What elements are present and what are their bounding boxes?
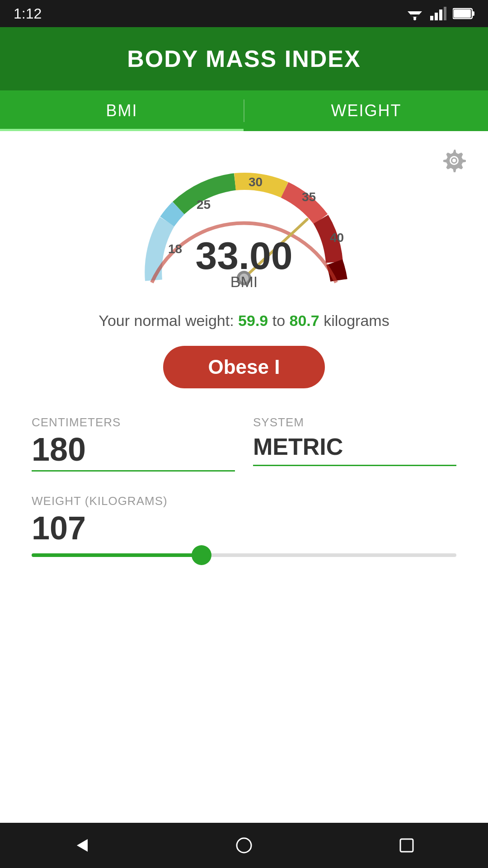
settings-button[interactable] xyxy=(438,145,470,176)
svg-rect-5 xyxy=(435,13,438,20)
svg-point-3 xyxy=(413,18,416,20)
svg-point-26 xyxy=(237,838,251,853)
battery-icon xyxy=(453,8,474,19)
status-bar: 1:12 xyxy=(0,0,488,27)
svg-rect-27 xyxy=(400,839,413,852)
weight-slider-container[interactable] xyxy=(14,553,474,557)
obese-category-button[interactable]: Obese I xyxy=(163,346,325,388)
tab-bar: BMI WEIGHT xyxy=(0,90,488,131)
slider-track[interactable] xyxy=(32,553,456,557)
normal-weight-connector: to xyxy=(272,312,285,329)
app-header: BODY MASS INDEX xyxy=(0,27,488,90)
centimeters-underline xyxy=(32,470,235,472)
home-button[interactable] xyxy=(228,830,260,861)
centimeters-label: CENTIMETERS xyxy=(32,415,235,429)
tab-weight-label: WEIGHT xyxy=(331,101,402,120)
normal-weight-max: 80.7 xyxy=(290,312,319,329)
weight-value: 107 xyxy=(32,512,456,544)
svg-text:BMI: BMI xyxy=(230,273,258,290)
tab-bmi[interactable]: BMI xyxy=(0,90,244,131)
system-value: METRIC xyxy=(253,433,456,460)
system-label: SYSTEM xyxy=(253,415,456,429)
svg-text:30: 30 xyxy=(249,175,263,189)
home-icon xyxy=(234,835,254,855)
svg-point-14 xyxy=(452,159,456,162)
svg-rect-10 xyxy=(454,9,471,18)
svg-rect-4 xyxy=(430,16,433,20)
main-content: 25 30 35 40 18 33.00 BMI Your normal wei… xyxy=(0,131,488,571)
svg-rect-6 xyxy=(439,9,442,20)
svg-text:33.00: 33.00 xyxy=(195,234,292,277)
inputs-section: CENTIMETERS 180 SYSTEM METRIC WEIGHT (KI… xyxy=(14,415,474,544)
back-button[interactable] xyxy=(66,830,97,861)
recents-button[interactable] xyxy=(391,830,422,861)
tab-bmi-label: BMI xyxy=(106,101,137,120)
normal-weight-text: Your normal weight: 59.9 to 80.7 kilogra… xyxy=(99,312,389,330)
svg-rect-7 xyxy=(444,7,446,20)
system-field[interactable]: SYSTEM METRIC xyxy=(253,415,456,472)
status-icons xyxy=(406,7,474,20)
centimeters-value: 180 xyxy=(32,433,235,466)
svg-text:35: 35 xyxy=(302,190,316,204)
status-time: 1:12 xyxy=(14,5,42,22)
svg-text:40: 40 xyxy=(330,231,344,245)
recents-icon xyxy=(397,835,417,855)
svg-marker-25 xyxy=(77,839,88,852)
normal-weight-suffix: kilograms xyxy=(324,312,389,329)
svg-text:18: 18 xyxy=(168,242,182,256)
svg-text:25: 25 xyxy=(197,198,211,212)
wifi-icon xyxy=(406,7,424,20)
bmi-gauge-container: 25 30 35 40 18 33.00 BMI Your normal wei… xyxy=(14,154,474,388)
tab-weight[interactable]: WEIGHT xyxy=(244,90,488,131)
centimeters-field[interactable]: CENTIMETERS 180 xyxy=(32,415,235,472)
back-icon xyxy=(71,835,91,855)
gauge-wrapper: 25 30 35 40 18 33.00 BMI xyxy=(117,154,371,307)
app-title: BODY MASS INDEX xyxy=(127,45,361,72)
normal-weight-prefix: Your normal weight: xyxy=(99,312,234,329)
slider-fill xyxy=(32,553,202,557)
bottom-navigation xyxy=(0,823,488,868)
weight-field[interactable]: WEIGHT (KILOGRAMS) 107 xyxy=(32,494,456,544)
gear-icon xyxy=(441,147,467,174)
slider-thumb[interactable] xyxy=(192,545,211,565)
bmi-gauge: 25 30 35 40 18 33.00 BMI xyxy=(117,154,371,307)
weight-label: WEIGHT (KILOGRAMS) xyxy=(32,494,456,508)
system-underline xyxy=(253,465,456,466)
normal-weight-min: 59.9 xyxy=(238,312,268,329)
svg-rect-9 xyxy=(472,11,474,16)
top-input-row: CENTIMETERS 180 SYSTEM METRIC xyxy=(32,415,456,472)
signal-icon xyxy=(430,7,446,20)
